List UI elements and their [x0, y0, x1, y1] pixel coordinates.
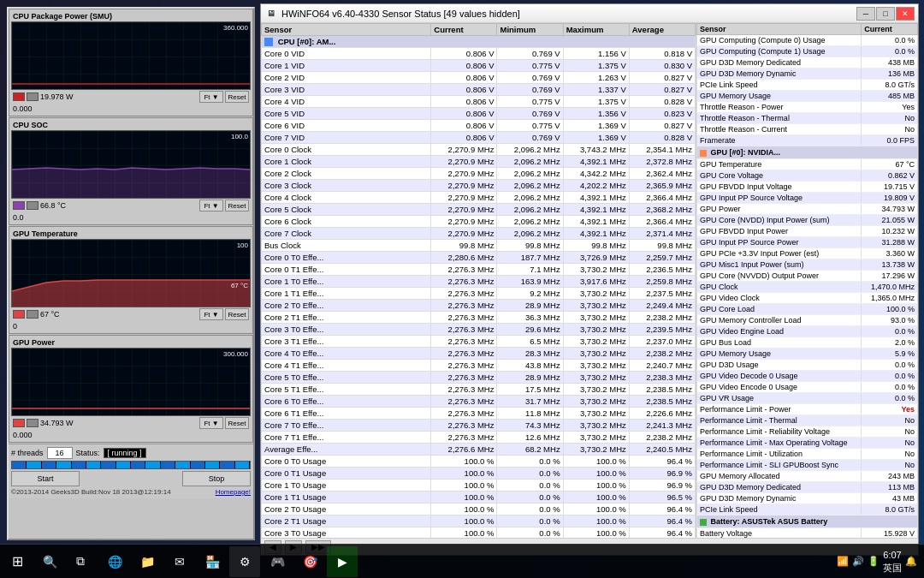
sensor-name: Core 5 T0 Effe... — [262, 372, 431, 384]
right-sensor-value: 0.0 % — [862, 326, 918, 337]
taskbar-network: 📶 — [837, 556, 849, 567]
sensor-min: 74.3 MHz — [497, 420, 563, 432]
right-sensor-name: GPU Computing (Compute 1) Usage — [697, 46, 862, 57]
hwinfo-titlebar: 🖥 HWiNFO64 v6.40-4330 Sensor Status [49 … — [261, 4, 918, 23]
gpu-temp-controls: 67 °C Ft ▼ Reset — [11, 307, 251, 321]
sensor-avg: 2,237.0 MHz — [629, 336, 695, 348]
right-sensor-name: GPU Power — [697, 204, 862, 215]
cpu-power-value: 19.978 W — [40, 92, 198, 101]
sensor-avg: 2,249.4 MHz — [629, 300, 695, 312]
table-row: Core 6 Clock 2,270.9 MHz 2,096.2 MHz 4,3… — [262, 216, 696, 228]
sensor-max: 100.0 % — [563, 515, 629, 527]
right-table-row: GPU Core Load 100.0 % — [697, 304, 918, 315]
cpu-power-reset-btn[interactable]: Reset — [225, 91, 249, 103]
cpu-soc-section: CPU SOC 100.0 66.8 °C Ft ▼ Reset 0.0 — [9, 117, 253, 225]
sensor-current: 2,270.9 MHz — [431, 168, 497, 180]
sensor-max: 1.369 V — [563, 132, 629, 144]
cpu-soc-fit-btn[interactable]: Ft ▼ — [199, 200, 223, 212]
gpu-temp-color2 — [27, 310, 38, 319]
threads-input[interactable] — [47, 447, 73, 459]
taskbar-app4[interactable]: ▶ — [327, 546, 358, 577]
right-panel[interactable]: Sensor Current GPU Computing (Compute 0)… — [696, 23, 918, 538]
right-sensor-current: No — [862, 124, 918, 135]
sensor-current: 2,276.3 MHz — [431, 312, 497, 324]
gpu-power-color2 — [27, 419, 38, 427]
table-row: Core 1 VID 0.806 V 0.775 V 1.375 V 0.830… — [262, 60, 696, 72]
sensor-name: Core 0 T1 Effe... — [262, 264, 431, 276]
taskbar-notification[interactable]: 🔔 — [905, 556, 917, 567]
sensor-avg: 2,226.6 MHz — [629, 408, 695, 420]
taskbar-explorer[interactable]: 📁 — [132, 546, 163, 577]
table-row: Core 5 Clock 2,270.9 MHz 2,096.2 MHz 4,3… — [262, 204, 696, 216]
start-button[interactable]: ⊞ — [0, 545, 34, 579]
sensor-name: Core 2 T1 Usage — [262, 515, 431, 527]
sensor-current: 100.0 % — [431, 468, 497, 480]
right-sensor-value: 19.715 V — [862, 182, 918, 193]
right-sensor-name: GPU Memory Controller Load — [697, 315, 862, 326]
sensor-max: 3,730.2 MHz — [563, 360, 629, 372]
time-display: 6:07 — [883, 549, 902, 561]
close-button[interactable]: ✕ — [896, 7, 915, 21]
minimize-button[interactable]: ─ — [856, 7, 875, 21]
sensor-current: 2,276.3 MHz — [431, 396, 497, 408]
sensor-current: 100.0 % — [431, 527, 497, 538]
sensor-name: Core 1 T0 Usage — [262, 480, 431, 492]
right-sensor-name: Performance Limit - Utilization — [697, 449, 862, 460]
status-label: Status: — [76, 449, 100, 457]
stop-button[interactable]: Stop — [182, 471, 251, 486]
taskbar-task-view[interactable]: ⧉ — [65, 546, 96, 577]
start-button[interactable]: Start — [11, 471, 80, 486]
right-table-row: Throttle Reason - Power Yes — [697, 102, 918, 113]
taskbar-app1[interactable]: ⚙ — [229, 546, 260, 577]
right-sensor-name: GPU D3D Memory Dedicated — [697, 482, 862, 493]
right-sensor-name: GPU Memory Usage — [697, 349, 862, 360]
sensor-current: 2,276.3 MHz — [431, 408, 497, 420]
gpu-power-reset-btn[interactable]: Reset — [225, 417, 249, 429]
sensor-max: 4,202.2 MHz — [563, 180, 629, 192]
sensor-name: Core 6 T1 Effe... — [262, 408, 431, 420]
right-sensor-current: 438 MB — [862, 57, 918, 69]
sensor-avg: 2,240.7 MHz — [629, 360, 695, 372]
right-sensor-name: GPU Core (NVVDD) Output Power — [697, 271, 862, 282]
taskbar-app3[interactable]: 🎯 — [294, 546, 325, 577]
table-row: Core 4 VID 0.806 V 0.775 V 1.375 V 0.828… — [262, 96, 696, 108]
sensor-current: 2,276.6 MHz — [431, 444, 497, 456]
furmark-homepage[interactable]: Homepage! — [216, 488, 251, 496]
sensor-max: 3,730.2 MHz — [563, 396, 629, 408]
sensor-max: 1.375 V — [563, 96, 629, 108]
taskbar-time[interactable]: 6:07 英国 — [883, 549, 902, 574]
taskbar-app2[interactable]: 🎮 — [262, 546, 293, 577]
sensor-name: Core 3 VID — [262, 84, 431, 96]
taskbar-store[interactable]: 🏪 — [197, 546, 228, 577]
cpu-soc-reset-btn[interactable]: Reset — [225, 200, 249, 212]
sensor-min: 28.9 MHz — [497, 372, 563, 384]
taskbar-mail[interactable]: ✉ — [164, 546, 195, 577]
right-sensor-name: GPU D3D Memory Dynamic — [697, 493, 862, 504]
taskbar-search[interactable]: 🔍 — [34, 546, 65, 577]
right-table-row: GPU Computing (Compute 1) Usage 0.0 % — [697, 46, 918, 57]
sensor-current: 0.806 V — [431, 120, 497, 132]
sensor-max: 3,730.2 MHz — [563, 420, 629, 432]
gpu-temp-fit-btn[interactable]: Ft ▼ — [199, 308, 223, 320]
cpu-power-fit-btn[interactable]: Ft ▼ — [199, 91, 223, 103]
sensor-max: 3,730.2 MHz — [563, 288, 629, 300]
sensor-current: 2,280.6 MHz — [431, 252, 497, 264]
sensor-min: 9.2 MHz — [497, 288, 563, 300]
right-table-row: GPU Clock 1,470.0 MHz — [697, 282, 918, 293]
right-sensor-name: GPU Memory Usage — [697, 91, 862, 102]
progress-seg-15 — [220, 462, 234, 468]
gpu-temp-reset-btn[interactable]: Reset — [225, 308, 249, 320]
sensor-name: Core 3 T0 Effe... — [262, 324, 431, 336]
cpu-power-color — [13, 92, 25, 101]
gpu-power-fit-btn[interactable]: Ft ▼ — [199, 417, 223, 429]
maximize-button[interactable]: □ — [876, 7, 895, 21]
sensor-avg: 2,237.5 MHz — [629, 288, 695, 300]
right-sensor-value: 0.0 % — [862, 382, 918, 393]
sensor-table-left[interactable]: Sensor Current Minimum Maximum Average C… — [261, 23, 696, 538]
gpu-temp-graph: 100 67 °C — [11, 239, 251, 307]
sensor-avg: 2,238.2 MHz — [629, 312, 695, 324]
taskbar-ie[interactable]: 🌐 — [99, 546, 130, 577]
sensor-min: 2,096.2 MHz — [497, 204, 563, 216]
progress-seg-7 — [101, 462, 116, 468]
right-sensor-name: GPU Core Load — [697, 304, 862, 315]
